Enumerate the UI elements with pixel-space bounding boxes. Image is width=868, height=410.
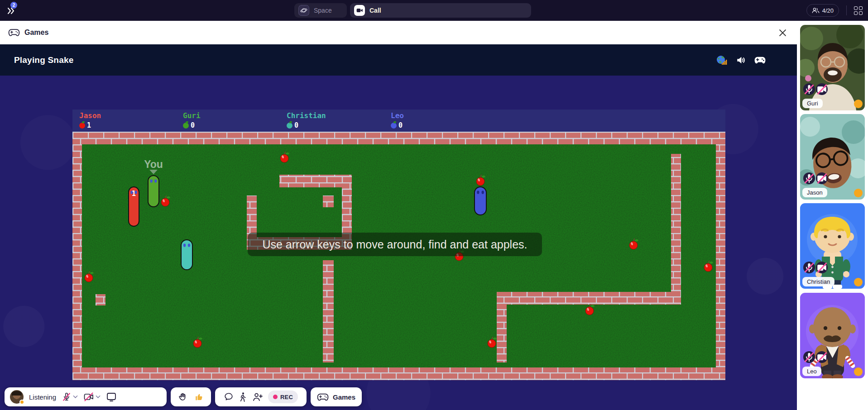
self-avatar[interactable]	[10, 390, 24, 404]
status-dot	[19, 400, 24, 405]
volume-icon[interactable]	[736, 55, 746, 65]
status-badge	[854, 100, 863, 108]
wall-segment	[497, 305, 507, 362]
apple-icon	[391, 123, 397, 129]
wall-segment	[323, 260, 334, 362]
close-button[interactable]	[777, 27, 788, 38]
notification-badge: 2	[10, 2, 17, 9]
game-board[interactable]: 1YouUse arrow keys to move around, find …	[72, 132, 725, 380]
apple-icon	[79, 123, 85, 129]
walk-around-button[interactable]	[238, 392, 247, 402]
close-icon	[779, 29, 786, 37]
thumbs-up-icon	[194, 392, 204, 402]
mic-muted-icon	[803, 172, 815, 184]
listening-status: Listening	[29, 393, 56, 401]
grid-square	[859, 6, 863, 10]
screen-icon	[106, 392, 117, 402]
games-panel-header: Games	[0, 21, 797, 44]
apple-icon	[287, 123, 293, 129]
participant-tile-christian[interactable]: Christian	[800, 203, 865, 289]
gamepad-icon	[317, 393, 329, 401]
snake	[148, 176, 159, 207]
camera-muted-icon	[816, 351, 828, 363]
game-title: Playing Snake	[14, 55, 73, 65]
invite-person-button[interactable]	[252, 392, 263, 402]
snake	[475, 187, 486, 215]
wall-segment	[497, 292, 681, 305]
top-bar: 2 Space Call 4/20	[0, 0, 868, 21]
you-label: You	[144, 158, 163, 170]
tab-call-label: Call	[369, 7, 381, 14]
tools-bar: REC	[215, 387, 307, 406]
participants-capacity[interactable]: 4/20	[806, 4, 839, 17]
wall-segment	[96, 294, 106, 305]
apple-icon	[183, 123, 189, 129]
capacity-count: 4/20	[822, 7, 834, 14]
tab-space[interactable]: Space	[294, 3, 347, 18]
raise-hand-button[interactable]	[177, 392, 187, 402]
camera-muted-icon	[816, 172, 828, 184]
rec-dot	[273, 395, 278, 399]
participant-name: Christian	[802, 277, 834, 286]
wall-segment	[279, 175, 352, 187]
wall-segment	[671, 154, 681, 292]
scoreboard-player: Guri 0	[183, 111, 201, 129]
snake	[181, 240, 192, 270]
participant-name: Leo	[802, 367, 821, 376]
participant-name: Jason	[802, 188, 827, 197]
game-controller-icon[interactable]	[754, 56, 766, 65]
camera-muted-icon	[816, 83, 828, 95]
snake-eye	[482, 191, 484, 194]
wall-segment	[716, 132, 725, 380]
chat-bubble-icon	[224, 392, 234, 402]
player-name: Leo	[391, 111, 404, 120]
participant-tile-guri[interactable]: Guri	[800, 25, 865, 110]
thumbs-up-button[interactable]	[194, 392, 204, 402]
snake-score-label: 1	[132, 190, 136, 198]
camera-muted-button[interactable]	[83, 392, 101, 402]
participant-name: Guri	[802, 99, 823, 108]
games-panel-title: Games	[24, 29, 48, 37]
game-area: Jason 1 Guri 0 Christian 0 Leo	[0, 76, 797, 410]
player-score: 0	[398, 121, 403, 129]
camera-off-icon	[83, 392, 94, 402]
chevron-down-icon	[96, 395, 101, 399]
person-add-icon	[252, 392, 263, 402]
grid-square	[859, 11, 863, 15]
gamepad-icon	[8, 28, 20, 37]
recording-indicator[interactable]: REC	[268, 391, 298, 403]
scoreboard-player: Jason 1	[79, 111, 101, 129]
status-badge	[854, 278, 863, 286]
screen-share-button[interactable]	[106, 392, 117, 402]
wall-segment	[323, 195, 334, 207]
snake-eye	[477, 191, 479, 194]
status-badge	[854, 367, 863, 376]
video-camera-icon	[354, 5, 365, 16]
camera-muted-icon	[816, 262, 828, 273]
wall-segment	[72, 132, 725, 144]
expand-sidebar-button[interactable]: 2	[7, 5, 19, 16]
wall-segment	[72, 132, 82, 380]
player-score: 0	[294, 121, 298, 129]
playing-snake-header: Playing Snake	[0, 44, 797, 76]
games-button[interactable]: Games	[311, 387, 362, 406]
player-score: 1	[87, 121, 91, 129]
mic-muted-button[interactable]	[62, 392, 78, 402]
tab-call[interactable]: Call	[350, 3, 531, 18]
participant-tile-jason[interactable]: Jason	[800, 114, 865, 200]
player-name: Guri	[183, 111, 201, 120]
chat-bubble-button[interactable]	[224, 392, 234, 402]
apps-grid-button[interactable]	[854, 6, 863, 15]
grid-square	[854, 11, 858, 15]
double-chevron-right-icon	[7, 8, 15, 14]
snake-eye	[154, 179, 157, 182]
mic-muted-icon	[803, 351, 815, 363]
scoreboard-player: Christian 0	[287, 111, 326, 129]
participant-tile-leo[interactable]: Leo	[800, 293, 865, 378]
mic-off-icon	[62, 392, 72, 402]
reactions-bar	[171, 387, 211, 406]
games-button-label: Games	[333, 393, 355, 401]
divider	[846, 5, 847, 15]
scoreboard: Jason 1 Guri 0 Christian 0 Leo	[72, 110, 725, 132]
planet-icon	[298, 5, 309, 16]
